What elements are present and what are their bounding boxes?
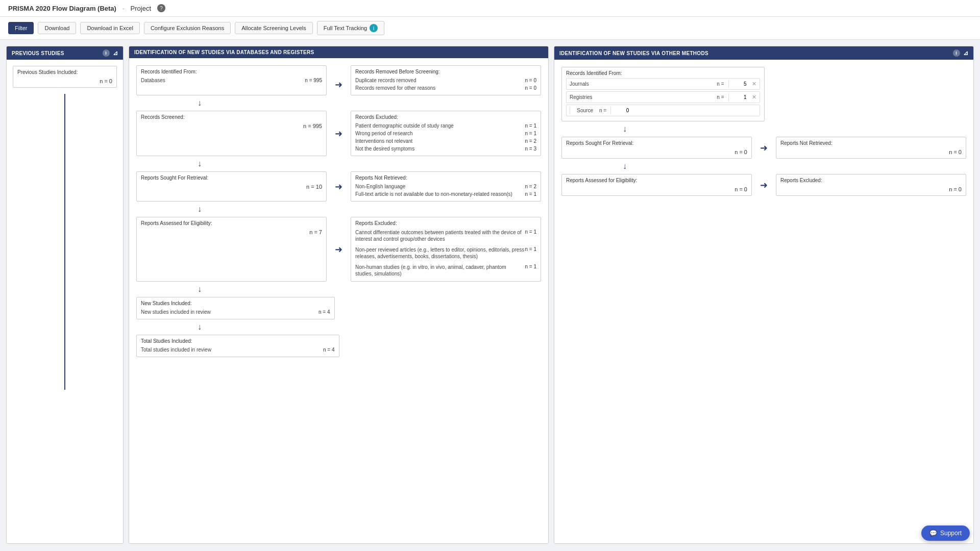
records-identified-title: Records Identified From:	[141, 69, 322, 74]
right-reports-sought-title: Reports Sought For Retrieval:	[566, 140, 747, 146]
full-text-tracking-button[interactable]: Full Text Tracking i	[317, 21, 384, 35]
arrow1: ↓	[136, 95, 541, 111]
reports-sought-n: n = 10	[141, 183, 322, 190]
not-retrieved1: Non-English language	[355, 184, 525, 189]
new-studies-title: New Studies Included:	[141, 300, 330, 306]
new-studies-n: n = 4	[318, 309, 330, 315]
databases-row: Databases n = 995	[141, 77, 322, 84]
excluded-n1: n = 1	[525, 123, 536, 129]
top-bar: PRISMA 2020 Flow Diagram (Beta) - Projec…	[0, 0, 980, 17]
right-panel-info-icon[interactable]: i	[953, 49, 960, 57]
center-panel: IDENTIFICATION OF NEW STUDIES VIA DATABA…	[129, 46, 549, 544]
records-removed-title: Records Removed Before Screening:	[355, 69, 536, 74]
right-reports-assessed-box: Reports Assessed for Eligibility: n = 0	[561, 174, 752, 196]
arrow4: ↓	[136, 282, 541, 297]
allocate-screening-button[interactable]: Allocate Screening Levels	[235, 22, 313, 34]
right-reports-sought-n: n = 0	[566, 148, 747, 155]
registries-n-label: n =	[717, 94, 724, 100]
support-button[interactable]: 💬 Support	[921, 525, 970, 541]
reports-assessed-box: Reports Assessed for Eligibility: n = 7	[136, 217, 327, 282]
records-excluded-box: Records Excluded: Patient demographic ou…	[351, 111, 541, 156]
configure-exclusion-button[interactable]: Configure Exclusion Reasons	[144, 22, 231, 34]
download-excel-button[interactable]: Download in Excel	[80, 22, 140, 34]
support-label: Support	[940, 530, 962, 537]
databases-label: Databases	[141, 78, 305, 83]
right-reports-not-retrieved-title: Reports Not Retrieved:	[780, 140, 962, 146]
excluded-reason2: Wrong period of research	[355, 131, 525, 136]
project-label: Project	[131, 5, 151, 12]
excluded-n4: n = 3	[525, 146, 536, 152]
databases-n: n = 995	[305, 78, 322, 83]
previous-studies-n: n = 0	[17, 77, 112, 84]
registries-close-icon[interactable]: ✕	[752, 94, 756, 101]
right-reports-not-retrieved-n: n = 0	[780, 148, 962, 155]
records-screened-title: Records Screened:	[141, 114, 322, 120]
source-row: n =	[566, 105, 760, 116]
left-panel-filter-icon[interactable]: ⊿	[113, 49, 118, 57]
total-studies-title: Total Studies Included:	[141, 338, 335, 344]
right-reports-not-retrieved-box: Reports Not Retrieved: n = 0	[776, 137, 966, 159]
center-panel-body: Records Identified From: Databases n = 9…	[129, 58, 548, 543]
reports-excl2-n: n = 1	[525, 246, 536, 252]
arrow3: ↓	[136, 202, 541, 217]
records-screened-n: n = 995	[141, 122, 322, 129]
excluded-n3: n = 2	[525, 138, 536, 144]
excluded-reason4: Not the desired symptoms	[355, 146, 525, 152]
previous-studies-box: Previous Studies Included: n = 0	[13, 66, 117, 88]
right-reports-excluded-n: n = 0	[780, 185, 962, 192]
journals-label: Journals	[570, 81, 713, 87]
right-arrow1: ↓	[561, 121, 966, 137]
arrow2: ↓	[136, 156, 541, 171]
excluded-n2: n = 1	[525, 131, 536, 136]
left-panel-info-icon[interactable]: i	[103, 49, 110, 57]
arrow5: ↓	[136, 319, 541, 335]
journals-close-icon[interactable]: ✕	[752, 81, 756, 87]
source-input[interactable]	[570, 107, 595, 114]
source-n-input[interactable]	[610, 107, 631, 114]
new-studies-box: New Studies Included: New studies includ…	[136, 297, 335, 319]
registries-label: Registries	[570, 94, 713, 100]
right-reports-excluded-box: Reports Excluded: n = 0	[776, 174, 966, 196]
previous-studies-header: PREVIOUS STUDIES i ⊿	[7, 46, 123, 60]
toolbar: Filter Download Download in Excel Config…	[0, 17, 980, 40]
duplicate-n: n = 0	[525, 78, 536, 83]
download-button[interactable]: Download	[38, 22, 76, 34]
reports-not-retrieved-box: Reports Not Retrieved: Non-English langu…	[351, 171, 541, 202]
help-icon[interactable]: ?	[157, 4, 165, 12]
reports-assessed-title: Reports Assessed for Eligibility:	[141, 220, 322, 226]
records-excluded-title: Records Excluded:	[355, 114, 536, 120]
reports-sought-title: Reports Sought For Retrieval:	[141, 175, 322, 181]
reports-sought-box: Reports Sought For Retrieval: n = 10	[136, 171, 327, 202]
right-arrow2: ↓	[561, 159, 966, 174]
support-icon: 💬	[929, 530, 937, 537]
registries-row: Registries n = ✕	[566, 91, 760, 103]
records-removed-box: Records Removed Before Screening: Duplic…	[351, 65, 541, 95]
main-content: PREVIOUS STUDIES i ⊿ Previous Studies In…	[0, 40, 980, 550]
right-reports-sought-box: Reports Sought For Retrieval: n = 0	[561, 137, 752, 159]
right-panel-header: IDENTIFICATION OF NEW STUDIES VIA OTHER …	[554, 46, 973, 60]
right-records-identified-title: Records Identified From:	[566, 70, 760, 76]
title-separator: -	[122, 5, 125, 11]
not-retrieved2: Full-text article is not available due t…	[355, 191, 525, 197]
excluded-reason3: Interventions not relevant	[355, 138, 525, 144]
new-studies-included-label: New studies included in review	[141, 309, 318, 315]
right-panel-filter-icon[interactable]: ⊿	[963, 49, 968, 57]
filter-button[interactable]: Filter	[8, 22, 34, 34]
other-removed-n: n = 0	[525, 85, 536, 91]
registries-input[interactable]	[728, 93, 749, 101]
reports-excl2: Non-peer reviewed articles (e.g., letter…	[355, 246, 525, 260]
excluded-reason1: Patient demographic outside of study ran…	[355, 123, 525, 129]
right-reports-assessed-n: n = 0	[566, 185, 747, 192]
duplicate-removed-label: Duplicate records removed	[355, 78, 525, 83]
records-identified-box: Records Identified From: Databases n = 9…	[136, 65, 327, 95]
full-text-info-icon: i	[370, 24, 378, 32]
reports-excl-title: Reports Excluded:	[355, 220, 536, 226]
right-records-identified-box: Records Identified From: Journals n = ✕ …	[561, 67, 765, 121]
not-retrieved2-n: n = 1	[525, 191, 536, 197]
journals-n-label: n =	[717, 81, 724, 87]
total-studies-label: Total studies included in review	[141, 347, 323, 353]
journals-input[interactable]	[728, 80, 749, 88]
right-panel-body: Records Identified From: Journals n = ✕ …	[554, 60, 973, 543]
reports-excl-box: Reports Excluded: Cannot differentiate o…	[351, 217, 541, 282]
source-n-label: n =	[599, 108, 606, 113]
